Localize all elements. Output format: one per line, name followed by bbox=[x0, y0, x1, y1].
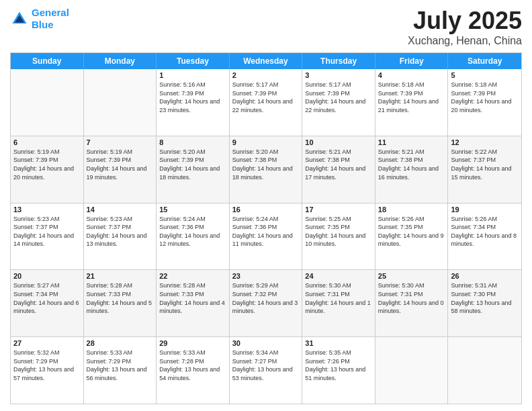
calendar-cell: 21Sunrise: 5:28 AM Sunset: 7:33 PM Dayli… bbox=[84, 270, 157, 336]
header-day-tuesday: Tuesday bbox=[157, 53, 230, 69]
calendar-cell: 28Sunrise: 5:33 AM Sunset: 7:29 PM Dayli… bbox=[84, 337, 157, 404]
cell-info: Sunrise: 5:29 AM Sunset: 7:32 PM Dayligh… bbox=[232, 281, 300, 315]
cell-info: Sunrise: 5:24 AM Sunset: 7:36 PM Dayligh… bbox=[232, 215, 300, 248]
cell-info: Sunrise: 5:26 AM Sunset: 7:35 PM Dayligh… bbox=[378, 215, 445, 248]
header-day-thursday: Thursday bbox=[302, 53, 375, 69]
calendar-cell: 9Sunrise: 5:20 AM Sunset: 7:38 PM Daylig… bbox=[230, 136, 303, 203]
calendar-cell: 10Sunrise: 5:21 AM Sunset: 7:38 PM Dayli… bbox=[302, 136, 375, 203]
logo-line1: General bbox=[32, 7, 69, 18]
cell-info: Sunrise: 5:22 AM Sunset: 7:37 PM Dayligh… bbox=[451, 148, 519, 181]
calendar-cell: 25Sunrise: 5:30 AM Sunset: 7:31 PM Dayli… bbox=[375, 270, 449, 336]
day-number: 14 bbox=[87, 205, 154, 214]
calendar-cell: 22Sunrise: 5:28 AM Sunset: 7:33 PM Dayli… bbox=[157, 270, 230, 336]
calendar-cell: 11Sunrise: 5:21 AM Sunset: 7:38 PM Dayli… bbox=[375, 136, 449, 203]
subtitle: Xuchang, Henan, China bbox=[408, 35, 522, 47]
day-number: 17 bbox=[305, 205, 372, 214]
calendar-cell: 27Sunrise: 5:32 AM Sunset: 7:29 PM Dayli… bbox=[11, 337, 84, 404]
cell-info: Sunrise: 5:25 AM Sunset: 7:35 PM Dayligh… bbox=[305, 215, 372, 248]
calendar-cell: 23Sunrise: 5:29 AM Sunset: 7:32 PM Dayli… bbox=[230, 270, 303, 336]
cell-info: Sunrise: 5:24 AM Sunset: 7:36 PM Dayligh… bbox=[159, 215, 226, 248]
calendar-row-1: 6Sunrise: 5:19 AM Sunset: 7:39 PM Daylig… bbox=[11, 136, 521, 203]
logo-text: General Blue bbox=[32, 7, 69, 31]
day-number: 23 bbox=[232, 272, 300, 280]
day-number: 4 bbox=[378, 71, 445, 79]
day-number: 20 bbox=[13, 272, 81, 280]
cell-info: Sunrise: 5:21 AM Sunset: 7:38 PM Dayligh… bbox=[305, 148, 372, 181]
cell-info: Sunrise: 5:28 AM Sunset: 7:33 PM Dayligh… bbox=[159, 281, 226, 315]
calendar-cell: 30Sunrise: 5:34 AM Sunset: 7:27 PM Dayli… bbox=[230, 337, 303, 404]
cell-info: Sunrise: 5:16 AM Sunset: 7:39 PM Dayligh… bbox=[159, 81, 226, 114]
day-number: 19 bbox=[451, 205, 519, 214]
calendar-cell: 18Sunrise: 5:26 AM Sunset: 7:35 PM Dayli… bbox=[375, 203, 449, 270]
header-day-sunday: Sunday bbox=[11, 53, 84, 69]
logo-icon bbox=[10, 9, 29, 28]
calendar-body: 1Sunrise: 5:16 AM Sunset: 7:39 PM Daylig… bbox=[11, 69, 521, 404]
day-number: 11 bbox=[378, 138, 445, 146]
calendar-cell: 2Sunrise: 5:17 AM Sunset: 7:39 PM Daylig… bbox=[230, 69, 303, 136]
header-day-monday: Monday bbox=[84, 53, 157, 69]
calendar-row-0: 1Sunrise: 5:16 AM Sunset: 7:39 PM Daylig… bbox=[11, 69, 521, 136]
cell-info: Sunrise: 5:26 AM Sunset: 7:34 PM Dayligh… bbox=[451, 215, 519, 248]
day-number: 24 bbox=[305, 272, 372, 280]
day-number: 5 bbox=[451, 71, 519, 79]
cell-info: Sunrise: 5:17 AM Sunset: 7:39 PM Dayligh… bbox=[305, 81, 372, 114]
calendar: SundayMondayTuesdayWednesdayThursdayFrid… bbox=[10, 52, 522, 404]
cell-info: Sunrise: 5:33 AM Sunset: 7:28 PM Dayligh… bbox=[159, 349, 226, 382]
calendar-cell: 15Sunrise: 5:24 AM Sunset: 7:36 PM Dayli… bbox=[157, 203, 230, 270]
cell-info: Sunrise: 5:23 AM Sunset: 7:37 PM Dayligh… bbox=[13, 215, 81, 248]
calendar-cell: 31Sunrise: 5:35 AM Sunset: 7:26 PM Dayli… bbox=[302, 337, 375, 404]
day-number: 25 bbox=[378, 272, 445, 280]
cell-info: Sunrise: 5:33 AM Sunset: 7:29 PM Dayligh… bbox=[87, 349, 154, 382]
day-number: 30 bbox=[232, 339, 300, 347]
calendar-cell: 1Sunrise: 5:16 AM Sunset: 7:39 PM Daylig… bbox=[157, 69, 230, 136]
cell-info: Sunrise: 5:19 AM Sunset: 7:39 PM Dayligh… bbox=[87, 148, 154, 181]
calendar-cell: 29Sunrise: 5:33 AM Sunset: 7:28 PM Dayli… bbox=[157, 337, 230, 404]
calendar-cell: 19Sunrise: 5:26 AM Sunset: 7:34 PM Dayli… bbox=[448, 203, 521, 270]
cell-info: Sunrise: 5:27 AM Sunset: 7:34 PM Dayligh… bbox=[13, 281, 81, 315]
calendar-cell: 13Sunrise: 5:23 AM Sunset: 7:37 PM Dayli… bbox=[11, 203, 84, 270]
day-number: 12 bbox=[451, 138, 519, 146]
calendar-cell: 7Sunrise: 5:19 AM Sunset: 7:39 PM Daylig… bbox=[84, 136, 157, 203]
calendar-cell: 20Sunrise: 5:27 AM Sunset: 7:34 PM Dayli… bbox=[11, 270, 84, 336]
calendar-cell: 12Sunrise: 5:22 AM Sunset: 7:37 PM Dayli… bbox=[448, 136, 521, 203]
cell-info: Sunrise: 5:28 AM Sunset: 7:33 PM Dayligh… bbox=[87, 281, 154, 315]
calendar-header: SundayMondayTuesdayWednesdayThursdayFrid… bbox=[11, 53, 521, 69]
day-number: 8 bbox=[159, 138, 226, 146]
cell-info: Sunrise: 5:30 AM Sunset: 7:31 PM Dayligh… bbox=[378, 281, 445, 315]
day-number: 26 bbox=[451, 272, 519, 280]
calendar-row-4: 27Sunrise: 5:32 AM Sunset: 7:29 PM Dayli… bbox=[11, 336, 521, 404]
cell-info: Sunrise: 5:18 AM Sunset: 7:39 PM Dayligh… bbox=[451, 81, 519, 114]
calendar-cell: 16Sunrise: 5:24 AM Sunset: 7:36 PM Dayli… bbox=[230, 203, 303, 270]
logo: General Blue bbox=[10, 7, 69, 31]
cell-info: Sunrise: 5:30 AM Sunset: 7:31 PM Dayligh… bbox=[305, 281, 372, 315]
cell-info: Sunrise: 5:20 AM Sunset: 7:38 PM Dayligh… bbox=[232, 148, 300, 181]
calendar-cell: 3Sunrise: 5:17 AM Sunset: 7:39 PM Daylig… bbox=[302, 69, 375, 136]
day-number: 6 bbox=[13, 138, 81, 146]
day-number: 21 bbox=[87, 272, 154, 280]
calendar-cell: 24Sunrise: 5:30 AM Sunset: 7:31 PM Dayli… bbox=[302, 270, 375, 336]
calendar-cell bbox=[84, 69, 157, 136]
header-day-wednesday: Wednesday bbox=[230, 53, 303, 69]
day-number: 31 bbox=[305, 339, 372, 347]
cell-info: Sunrise: 5:20 AM Sunset: 7:39 PM Dayligh… bbox=[159, 148, 226, 181]
day-number: 27 bbox=[13, 339, 81, 347]
day-number: 3 bbox=[305, 71, 372, 79]
cell-info: Sunrise: 5:19 AM Sunset: 7:39 PM Dayligh… bbox=[13, 148, 81, 181]
header-day-friday: Friday bbox=[375, 53, 449, 69]
calendar-cell bbox=[11, 69, 84, 136]
day-number: 18 bbox=[378, 205, 445, 214]
main-title: July 2025 bbox=[408, 7, 522, 35]
day-number: 16 bbox=[232, 205, 300, 214]
cell-info: Sunrise: 5:32 AM Sunset: 7:29 PM Dayligh… bbox=[13, 349, 81, 382]
day-number: 10 bbox=[305, 138, 372, 146]
day-number: 7 bbox=[87, 138, 154, 146]
header: General Blue July 2025 Xuchang, Henan, C… bbox=[10, 7, 522, 47]
day-number: 13 bbox=[13, 205, 81, 214]
calendar-row-2: 13Sunrise: 5:23 AM Sunset: 7:37 PM Dayli… bbox=[11, 203, 521, 270]
logo-line2: Blue bbox=[32, 19, 54, 30]
calendar-cell bbox=[375, 337, 449, 404]
cell-info: Sunrise: 5:31 AM Sunset: 7:30 PM Dayligh… bbox=[451, 281, 519, 315]
calendar-cell: 17Sunrise: 5:25 AM Sunset: 7:35 PM Dayli… bbox=[302, 203, 375, 270]
calendar-cell: 4Sunrise: 5:18 AM Sunset: 7:39 PM Daylig… bbox=[375, 69, 449, 136]
calendar-cell: 14Sunrise: 5:23 AM Sunset: 7:37 PM Dayli… bbox=[84, 203, 157, 270]
